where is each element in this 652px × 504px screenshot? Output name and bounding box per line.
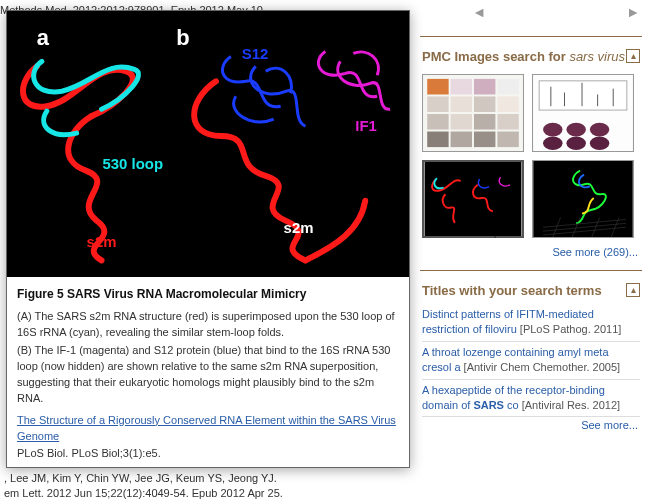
if1-protein-label: IF1 bbox=[355, 117, 377, 134]
svg-rect-17 bbox=[497, 132, 518, 148]
svg-point-29 bbox=[566, 136, 585, 150]
figure-article-link[interactable]: The Structure of a Rigorously Conserved … bbox=[17, 413, 399, 445]
svg-rect-11 bbox=[451, 114, 472, 130]
loop530-label: 530 loop bbox=[103, 155, 163, 172]
s2m-right-label: s2m bbox=[284, 219, 314, 236]
title-journal: [Antivir Chem Chemother. 2005] bbox=[464, 361, 621, 373]
titles-section-header: Titles with your search terms bbox=[422, 283, 602, 298]
image-thumbnail[interactable] bbox=[532, 74, 634, 152]
divider bbox=[420, 36, 642, 37]
svg-point-27 bbox=[590, 123, 609, 137]
svg-rect-10 bbox=[427, 114, 448, 130]
images-search-header: PMC Images search for sars virus bbox=[422, 49, 625, 64]
svg-rect-4 bbox=[474, 79, 495, 95]
svg-point-28 bbox=[543, 136, 562, 150]
figure-image[interactable]: a b S12 IF1 530 loop s2m s2m bbox=[7, 11, 409, 277]
svg-rect-15 bbox=[451, 132, 472, 148]
images-search-query: sars virus bbox=[569, 49, 625, 64]
svg-rect-12 bbox=[474, 114, 495, 130]
svg-rect-8 bbox=[474, 96, 495, 112]
svg-point-25 bbox=[543, 123, 562, 137]
figure-title: Figure 5 SARS Virus RNA Macromolecular M… bbox=[17, 287, 399, 301]
svg-rect-2 bbox=[427, 79, 448, 95]
figure-popup: a b S12 IF1 530 loop s2m s2m Figure 5 SA… bbox=[6, 10, 410, 468]
collapse-titles-section-icon[interactable]: ▴ bbox=[626, 283, 640, 297]
title-item[interactable]: Distinct patterns of IFITM-mediated rest… bbox=[422, 304, 640, 342]
svg-rect-6 bbox=[427, 96, 448, 112]
bg-authors-frag: , Lee JM, Kim Y, Chin YW, Jee JG, Keum Y… bbox=[4, 471, 410, 485]
svg-point-26 bbox=[566, 123, 585, 137]
see-more-titles-link[interactable]: See more... bbox=[420, 417, 642, 437]
figure-source: PLoS Biol. PLoS Biol;3(1):e5. bbox=[17, 447, 399, 459]
image-thumbnail-active[interactable]: ☟ bbox=[422, 160, 524, 238]
s2m-left-label: s2m bbox=[87, 233, 117, 250]
svg-rect-31 bbox=[425, 162, 522, 236]
right-column: PMC Images search for sars virus ▴ bbox=[420, 30, 642, 437]
svg-rect-13 bbox=[497, 114, 518, 130]
svg-point-30 bbox=[590, 136, 609, 150]
image-thumbnail-grid: ☟ bbox=[420, 68, 642, 244]
nav-next-arrow[interactable]: ► bbox=[626, 4, 640, 20]
svg-rect-14 bbox=[427, 132, 448, 148]
svg-rect-5 bbox=[497, 79, 518, 95]
bg-citation-frag-bottom: em Lett. 2012 Jun 15;22(12):4049-54. Epu… bbox=[4, 486, 410, 500]
title-item[interactable]: A hexapeptide of the receptor-binding do… bbox=[422, 380, 640, 418]
figure-desc-b: (B) The IF-1 (magenta) and S12 protein (… bbox=[17, 343, 399, 407]
title-journal: [PLoS Pathog. 2011] bbox=[520, 323, 622, 335]
svg-rect-7 bbox=[451, 96, 472, 112]
s12-protein-label: S12 bbox=[242, 45, 269, 62]
svg-rect-32 bbox=[533, 161, 632, 237]
title-link-cont: co bbox=[504, 399, 519, 411]
nav-prev-arrow[interactable]: ◄ bbox=[472, 4, 486, 20]
image-thumbnail[interactable] bbox=[422, 74, 524, 152]
svg-rect-16 bbox=[474, 132, 495, 148]
divider bbox=[420, 270, 642, 271]
figure-desc-a: (A) The SARS s2m RNA structure (red) is … bbox=[17, 309, 399, 341]
svg-rect-3 bbox=[451, 79, 472, 95]
titles-list: Distinct patterns of IFITM-mediated rest… bbox=[420, 302, 642, 417]
image-thumbnail[interactable] bbox=[532, 160, 634, 238]
svg-rect-9 bbox=[497, 96, 518, 112]
see-more-images-link[interactable]: See more (269)... bbox=[420, 244, 642, 264]
title-bold: SARS bbox=[473, 399, 504, 411]
collapse-images-section-icon[interactable]: ▴ bbox=[626, 49, 640, 63]
images-search-header-text: PMC Images search for bbox=[422, 49, 569, 64]
title-item[interactable]: A throat lozenge containing amyl meta cr… bbox=[422, 342, 640, 380]
panel-b-label: b bbox=[176, 25, 189, 50]
title-journal: [Antiviral Res. 2012] bbox=[522, 399, 620, 411]
panel-a-label: a bbox=[37, 25, 50, 50]
